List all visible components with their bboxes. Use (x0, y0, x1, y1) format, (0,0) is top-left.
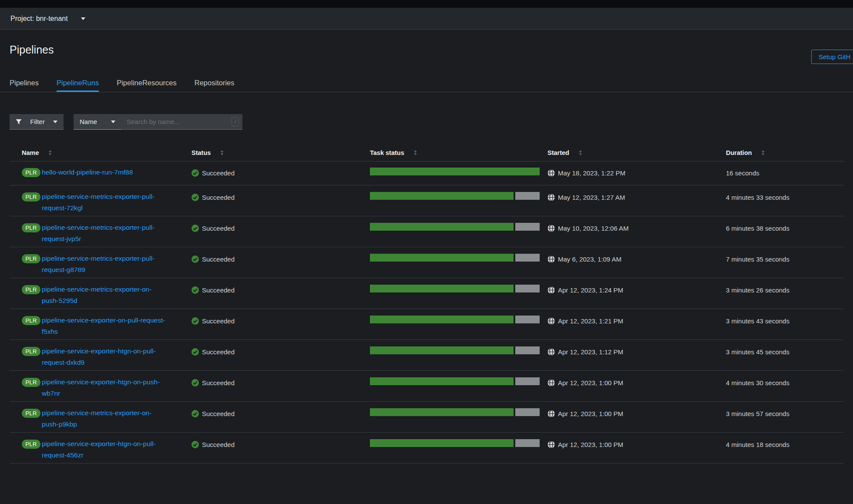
tab-pipelineruns[interactable]: PipelineRuns (57, 74, 99, 92)
name-cell: PLR pipeline-service-metrics-exporter-pu… (22, 253, 154, 276)
started-cell: May 12, 2023, 1:27 AM (547, 192, 625, 203)
resource-badge: PLR (22, 409, 40, 418)
status-label: Succeeded (202, 223, 235, 234)
globe-icon (547, 286, 555, 294)
name-cell: PLR pipeline-service-exporter-htgn-on-pu… (22, 376, 160, 399)
name-cell: PLR pipeline-service-exporter-on-pull-re… (22, 315, 165, 337)
resource-badge: PLR (22, 192, 40, 202)
status-label: Succeeded (202, 408, 235, 419)
started-label: May 10, 2023, 12:06 AM (558, 223, 629, 234)
check-circle-icon (191, 410, 199, 417)
name-cell: PLR pipeline-service-metrics-exporter-pu… (22, 222, 154, 245)
task-status-segment (515, 223, 540, 231)
status-cell: Succeeded (191, 408, 235, 419)
task-status-segment (515, 192, 540, 200)
started-label: Apr 12, 2023, 1:00 PM (558, 408, 623, 419)
started-label: May 18, 2023, 1:22 PM (558, 168, 625, 178)
search-field-wrap: / (121, 114, 242, 130)
duration-label: 3 minutes 43 seconds (726, 316, 789, 326)
started-label: May 12, 2023, 1:27 AM (558, 192, 625, 203)
search-input[interactable] (121, 114, 242, 130)
status-label: Succeeded (202, 377, 235, 388)
duration-label: 7 minutes 35 seconds (726, 254, 789, 265)
duration-label: 3 minutes 26 seconds (726, 285, 789, 296)
task-status-segment (515, 439, 540, 447)
pipeline-run-link[interactable]: pipeline-service-metrics-exporter-pull- … (42, 191, 154, 214)
check-circle-icon (191, 194, 199, 201)
task-status-bar (370, 316, 540, 323)
tab-repositories[interactable]: Repositories (195, 74, 235, 92)
pipeline-run-link[interactable]: pipeline-service-metrics-exporter-on- pu… (42, 284, 151, 306)
column-header-status[interactable]: Status↕ (191, 144, 225, 161)
sort-icon: ↕ (219, 149, 225, 156)
task-status-bar (370, 254, 540, 262)
duration-label: 3 minutes 45 seconds (726, 346, 789, 357)
pipeline-run-link[interactable]: hello-world-pipeline-run-7mf88 (42, 167, 133, 178)
table-row: PLR pipeline-service-exporter-htgn-on-pu… (10, 340, 843, 371)
pipeline-run-link[interactable]: pipeline-service-metrics-exporter-on- pu… (42, 407, 151, 430)
filter-dropdown-label: Filter (30, 118, 44, 125)
pipeline-run-link[interactable]: pipeline-service-exporter-htgn-on-push- … (42, 376, 160, 399)
task-status-segment (370, 408, 514, 416)
status-label: Succeeded (202, 254, 235, 265)
pipeline-run-link[interactable]: pipeline-service-exporter-on-pull-reques… (42, 315, 165, 337)
status-cell: Succeeded (191, 223, 235, 234)
status-label: Succeeded (202, 285, 235, 296)
chevron-down-icon (53, 121, 57, 123)
resource-badge: PLR (22, 316, 40, 325)
filter-dropdown-button[interactable]: Filter (10, 114, 64, 130)
started-cell: Apr 12, 2023, 1:00 PM (547, 377, 623, 388)
task-status-segment (515, 408, 540, 416)
globe-icon (547, 255, 555, 263)
project-selector[interactable]: Project: bnr-tenant (0, 8, 853, 30)
started-cell: Apr 12, 2023, 1:12 PM (547, 346, 623, 357)
sort-icon: ↕ (761, 149, 766, 156)
status-cell: Succeeded (191, 439, 235, 450)
status-cell: Succeeded (191, 346, 235, 357)
started-cell: May 18, 2023, 1:22 PM (547, 168, 625, 178)
pipeline-run-link[interactable]: pipeline-service-metrics-exporter-pull- … (42, 253, 154, 276)
pipelines-page: Project: bnr-tenant Pipelines Setup GitH… (0, 0, 853, 504)
resource-badge: PLR (22, 254, 40, 263)
started-cell: Apr 12, 2023, 1:24 PM (547, 285, 623, 296)
name-cell: PLR pipeline-service-metrics-exporter-pu… (22, 191, 154, 214)
task-status-segment (515, 254, 540, 262)
task-status-segment (370, 285, 514, 292)
setup-github-button[interactable]: Setup GitH (811, 50, 853, 64)
table-header: Name↕ Status↕ Task status↕ Started↕ Dura… (10, 144, 843, 161)
column-header-name[interactable]: Name↕ (22, 144, 53, 161)
duration-label: 3 minutes 57 seconds (726, 408, 789, 419)
attribute-select[interactable]: Name (74, 114, 121, 130)
attribute-select-label: Name (80, 118, 97, 125)
resource-badge: PLR (22, 168, 40, 177)
pipeline-run-link[interactable]: pipeline-service-exporter-htgn-on-pull- … (42, 346, 156, 368)
resource-badge: PLR (22, 223, 40, 232)
pipeline-run-link[interactable]: pipeline-service-metrics-exporter-pull- … (42, 222, 154, 245)
column-header-duration[interactable]: Duration↕ (726, 144, 766, 161)
column-header-started[interactable]: Started↕ (547, 144, 583, 161)
globe-icon (547, 194, 555, 201)
status-cell: Succeeded (191, 192, 235, 203)
tab-pipelines[interactable]: Pipelines (10, 74, 39, 92)
status-cell: Succeeded (191, 168, 235, 178)
status-label: Succeeded (202, 168, 235, 178)
task-status-segment (370, 377, 514, 385)
table-row: PLR pipeline-service-exporter-htgn-on-pu… (10, 371, 843, 402)
name-cell: PLR pipeline-service-exporter-htgn-on-pu… (22, 346, 156, 368)
status-label: Succeeded (202, 192, 235, 203)
resource-badge: PLR (22, 378, 40, 387)
name-cell: PLR pipeline-service-metrics-exporter-on… (22, 284, 151, 306)
task-status-bar (370, 377, 540, 385)
started-label: May 6, 2023, 1:09 AM (558, 254, 621, 265)
globe-icon (547, 410, 555, 417)
column-header-task-status[interactable]: Task status↕ (370, 144, 418, 161)
started-cell: May 6, 2023, 1:09 AM (547, 254, 621, 265)
started-label: Apr 12, 2023, 1:21 PM (558, 316, 623, 326)
pipeline-run-link[interactable]: pipeline-service-exporter-htgn-on-pull- … (42, 438, 156, 461)
task-status-segment (515, 316, 540, 323)
tab-pipelineresources[interactable]: PipelineResources (117, 74, 177, 92)
resource-badge: PLR (22, 347, 40, 356)
masthead (0, 0, 853, 8)
table-row: PLR pipeline-service-metrics-exporter-on… (10, 402, 843, 433)
check-circle-icon (191, 317, 199, 325)
